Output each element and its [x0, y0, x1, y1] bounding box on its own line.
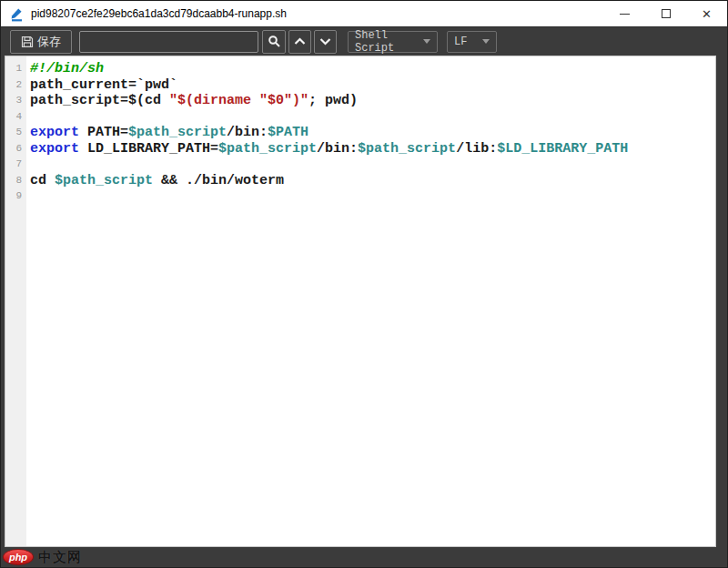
floppy-disk-icon — [21, 36, 34, 48]
code-line[interactable]: path_script=$(cd "$(dirname "$0")"; pwd) — [30, 93, 715, 109]
caret-down-icon — [482, 39, 490, 44]
search-input[interactable] — [79, 31, 258, 53]
caret-down-icon — [423, 39, 430, 44]
code-line[interactable]: export PATH=$path_script/bin:$PATH — [30, 125, 715, 141]
code-token-variable: $PATH — [268, 125, 308, 140]
line-number: 4 — [5, 109, 26, 126]
line-number: 5 — [5, 125, 26, 141]
line-ending-select[interactable]: LF — [447, 31, 497, 53]
line-number: 9 — [5, 188, 26, 205]
syntax-mode-select[interactable]: Shell Script — [348, 31, 438, 53]
line-number: 1 — [5, 61, 26, 77]
code-line[interactable]: #!/bin/sh — [30, 61, 715, 77]
vertical-scrollbar[interactable] — [716, 56, 727, 547]
line-number: 3 — [5, 93, 26, 109]
syntax-mode-value: Shell Script — [355, 29, 423, 55]
close-icon: ✕ — [702, 8, 712, 20]
code-line[interactable]: path_current=`pwd` — [30, 77, 715, 94]
window-title: pid98207ce2fe29ebc6a1da3cd79dcaabb4-runa… — [31, 7, 287, 20]
minimize-button[interactable] — [604, 1, 645, 26]
code-token-variable: $LD_LIBRARY_PATH — [497, 141, 628, 157]
code-token-plain: ; pwd) — [308, 93, 358, 108]
code-token-plain: /bin: — [317, 141, 358, 157]
code-token-plain: path_script=$(cd — [30, 93, 169, 108]
code-line[interactable]: cd $path_script && ./bin/woterm — [30, 173, 715, 189]
find-next-button[interactable] — [314, 30, 337, 54]
search-button[interactable] — [262, 30, 286, 54]
line-number: 8 — [5, 173, 26, 189]
code-token-variable: $path_script — [358, 141, 456, 157]
code-editor[interactable]: 123456789 #!/bin/shpath_current=`pwd`pat… — [5, 56, 716, 547]
php-logo-badge: php — [3, 549, 34, 565]
line-number: 7 — [5, 157, 26, 173]
code-token-plain: LD_LIBRARY_PATH= — [79, 141, 218, 157]
save-button-label: 保存 — [37, 34, 61, 50]
code-token-plain: /bin: — [227, 125, 268, 140]
window-controls: ✕ — [604, 1, 727, 26]
bottom-bar: php 中文网 — [1, 547, 727, 567]
titlebar: pid98207ce2fe29ebc6a1da3cd79dcaabb4-runa… — [1, 1, 727, 26]
maximize-icon — [662, 9, 671, 18]
code-token-variable: $path_script — [55, 173, 153, 188]
chevron-up-icon — [294, 37, 306, 46]
code-token-comment: #!/bin/sh — [30, 61, 104, 76]
toolbar: 保存 Shell Script LF — [1, 26, 727, 56]
code-token-plain: cd — [30, 173, 55, 188]
code-token-plain: path_current=`pwd` — [30, 77, 177, 93]
line-number: 6 — [5, 141, 26, 157]
code-area[interactable]: #!/bin/shpath_current=`pwd`path_script=$… — [26, 56, 715, 546]
code-token-string: "$(dirname "$0")" — [169, 93, 308, 108]
editor-frame: 123456789 #!/bin/shpath_current=`pwd`pat… — [1, 56, 727, 547]
gutter: 123456789 — [5, 56, 26, 546]
code-line[interactable] — [30, 188, 715, 205]
maximize-button[interactable] — [645, 1, 686, 26]
code-token-plain: /lib: — [456, 141, 497, 157]
app-window: pid98207ce2fe29ebc6a1da3cd79dcaabb4-runa… — [0, 0, 728, 568]
code-token-plain: PATH= — [79, 125, 128, 140]
code-token-variable: $path_script — [128, 125, 227, 140]
edit-pen-icon — [9, 6, 25, 22]
line-ending-value: LF — [454, 36, 467, 48]
line-number: 2 — [5, 77, 26, 94]
close-button[interactable]: ✕ — [686, 1, 727, 26]
watermark-text: 中文网 — [38, 549, 82, 566]
code-token-plain: && ./bin/woterm — [153, 173, 284, 188]
code-token-keyword: export — [30, 141, 79, 157]
magnifier-icon — [268, 35, 281, 48]
code-line[interactable] — [30, 109, 715, 126]
chevron-down-icon — [319, 37, 331, 46]
code-line[interactable] — [30, 157, 715, 173]
code-token-variable: $path_script — [218, 141, 317, 157]
code-token-keyword: export — [30, 125, 79, 140]
minimize-icon — [620, 14, 630, 15]
save-button[interactable]: 保存 — [10, 30, 72, 54]
find-previous-button[interactable] — [288, 30, 311, 54]
code-line[interactable]: export LD_LIBRARY_PATH=$path_script/bin:… — [30, 141, 715, 157]
